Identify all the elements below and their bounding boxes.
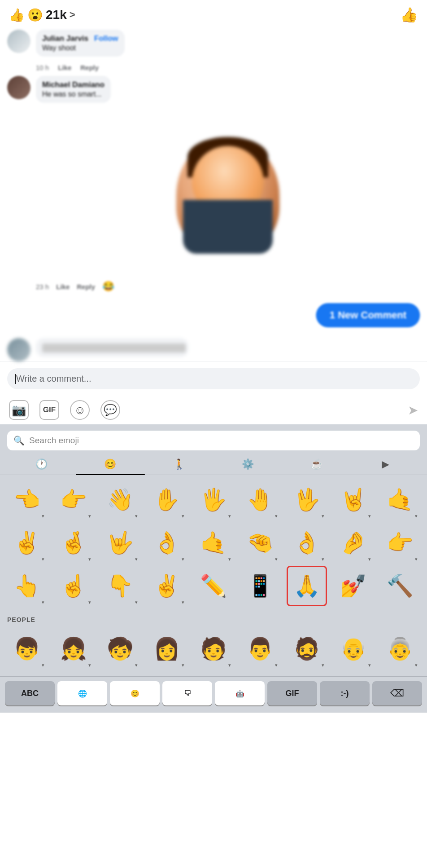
reaction-left[interactable]: 👍 😮 21k > <box>9 8 75 22</box>
emoji-tab-people[interactable]: 🚶 <box>145 454 214 475</box>
emoji-cell[interactable]: 👨 <box>240 629 280 669</box>
emoji-row: 👈 👉 👋 ✋ 🖐 🤚 🖖 🤘 🤙 <box>4 480 423 520</box>
gif-button[interactable]: GIF <box>39 400 59 420</box>
emoji-cell[interactable]: 👧 <box>53 629 94 669</box>
emoji-cell[interactable]: ✏️ <box>193 566 234 606</box>
emoji-cell[interactable]: 🤙 <box>193 523 234 563</box>
comment-input-wrapper[interactable]: Write a comment... <box>7 368 420 389</box>
sticker-body <box>183 200 273 254</box>
emoji-cell[interactable]: ✌️ <box>147 566 187 606</box>
comment-bubble: Michael Damiano He was so smart... <box>36 76 111 103</box>
emoji-tab-more[interactable]: ▶ <box>351 454 420 475</box>
emoji-cell[interactable]: 🔨 <box>380 566 420 606</box>
activities-icon: ⚙️ <box>242 458 254 470</box>
emoji-cell[interactable]: 🤙 <box>380 480 420 520</box>
emoji-cell[interactable]: 💅 <box>333 566 374 606</box>
emoji-cell-highlighted[interactable]: 🙏 <box>287 566 327 606</box>
delete-key[interactable]: ⌫ <box>372 681 422 705</box>
emoji-cell[interactable]: 👋 <box>100 480 140 520</box>
comment-actions: 10 h Like Reply <box>36 64 420 71</box>
recent-icon: 🕐 <box>35 458 48 470</box>
emoji-cell[interactable]: 👵 <box>380 629 420 669</box>
comment-time: 23 h <box>36 283 49 291</box>
camera-button[interactable]: 📷 <box>9 400 29 420</box>
emoji-cell[interactable]: 👇 <box>100 566 140 606</box>
avatar <box>7 30 30 53</box>
emoji-search-input-wrap[interactable]: 🔍 Search emoji <box>7 431 420 450</box>
emoji-cell[interactable]: 🧔 <box>287 629 327 669</box>
emoji-tab-activities[interactable]: ⚙️ <box>214 454 282 475</box>
gif-key[interactable]: GIF <box>267 681 317 705</box>
send-icon: ➤ <box>408 403 418 417</box>
emoji-cell[interactable]: 👩 <box>147 629 187 669</box>
emoji-grid: 👈 👉 👋 ✋ 🖐 🤚 🖖 🤘 🤙 ✌️ 🤞 🤟 👌 🤙 🤏 👌 🤌 👉 👆 <box>0 475 427 613</box>
emoji-cell[interactable]: 🧒 <box>100 629 140 669</box>
emoji-cell[interactable]: 👆 <box>7 566 47 606</box>
emoji-cell[interactable]: 🤟 <box>100 523 140 563</box>
emoji-cell[interactable]: 🤚 <box>240 480 280 520</box>
delete-icon: ⌫ <box>390 687 404 699</box>
comment-input[interactable]: Write a comment... <box>16 374 412 384</box>
emoji-cell[interactable]: 📱 <box>240 566 280 606</box>
sticker-key[interactable]: 🗨 <box>162 681 212 705</box>
emoji-cell[interactable]: 🤏 <box>240 523 280 563</box>
send-button[interactable]: ➤ <box>408 403 418 418</box>
emoji-cell[interactable]: ✌️ <box>7 523 47 563</box>
emoji-icon: ☺ <box>74 403 86 417</box>
comment-author: Michael Damiano <box>42 80 105 89</box>
emoji-button[interactable]: ☺ <box>70 400 90 420</box>
emoji-row: ✌️ 🤞 🤟 👌 🤙 🤏 👌 🤌 👉 <box>4 523 423 563</box>
comment-time: 10 h <box>36 64 49 71</box>
avatar <box>7 76 30 99</box>
people-icon: 🚶 <box>173 458 185 470</box>
comment-bubble: Julian Jarvis Follow Way shoot <box>36 30 125 57</box>
camera-icon: 📷 <box>12 403 26 417</box>
emoji-cell[interactable]: 👈 <box>7 480 47 520</box>
emoji-cell[interactable]: 🖐 <box>193 480 234 520</box>
emoji-keyboard-icon: 😊 <box>131 689 139 698</box>
emoji-search-input[interactable]: Search emoji <box>29 436 79 445</box>
keyboard-bottom-bar: ABC 🌐 😊 🗨 🤖 GIF :-) ⌫ <box>0 676 427 713</box>
sticker-button[interactable]: 💬 <box>100 400 120 420</box>
emoji-cell[interactable]: 🧑 <box>193 629 234 669</box>
emoji-cell[interactable]: 🤞 <box>53 523 94 563</box>
emoji-cell[interactable]: 👌 <box>147 523 187 563</box>
like-button[interactable]: Like <box>56 283 70 291</box>
reply-button[interactable]: Reply <box>80 64 99 71</box>
more-icon: ▶ <box>382 458 389 470</box>
emoji-cell[interactable]: 🖖 <box>287 480 327 520</box>
memoji-key[interactable]: 🤖 <box>215 681 265 705</box>
sticker-icon: 💬 <box>104 404 117 416</box>
gif-icon: GIF <box>43 405 56 414</box>
thumbs-up-icon: 👍 <box>400 7 418 23</box>
new-comment-badge[interactable]: 1 New Comment <box>316 303 420 327</box>
emoji-cell[interactable]: 👉 <box>53 480 94 520</box>
emoji-tab-recent[interactable]: 🕐 <box>7 454 76 475</box>
emoji-cell[interactable]: ☝️ <box>53 566 94 606</box>
follow-button[interactable]: Follow <box>94 34 118 43</box>
write-comment-area[interactable]: Write a comment... <box>0 361 427 396</box>
emoji-reaction: 😂 <box>102 281 114 292</box>
emoji-cell[interactable]: 👦 <box>7 629 47 669</box>
emoticon-key[interactable]: :-) <box>320 681 370 705</box>
globe-key[interactable]: 🌐 <box>57 681 107 705</box>
emoji-cell[interactable]: 👌 <box>287 523 327 563</box>
emoji-cell[interactable]: 👉 <box>380 523 420 563</box>
avatar-sticker <box>176 137 279 254</box>
emoji-row: 👆 ☝️ 👇 ✌️ ✏️ 📱 🙏 💅 🔨 <box>4 566 423 606</box>
emoji-cell[interactable]: ✋ <box>147 480 187 520</box>
thumbs-up-button[interactable]: 👍 <box>400 6 418 23</box>
reaction-count: 21k <box>46 8 67 22</box>
avatar <box>7 338 30 361</box>
emoji-cell[interactable]: 🤌 <box>333 523 374 563</box>
abc-key[interactable]: ABC <box>5 681 55 705</box>
emoji-cell[interactable]: 🤘 <box>333 480 374 520</box>
emoji-key[interactable]: 😊 <box>110 681 160 705</box>
emoji-tab-smileys[interactable]: 😊 <box>76 454 144 475</box>
emoji-cell[interactable]: 👴 <box>333 629 374 669</box>
like-button[interactable]: Like <box>58 64 71 71</box>
toolbar-row: 📷 GIF ☺ 💬 ➤ <box>0 396 427 424</box>
emoji-tab-food[interactable]: ☕ <box>282 454 351 475</box>
globe-icon: 🌐 <box>78 689 87 698</box>
reply-button[interactable]: Reply <box>77 283 95 291</box>
